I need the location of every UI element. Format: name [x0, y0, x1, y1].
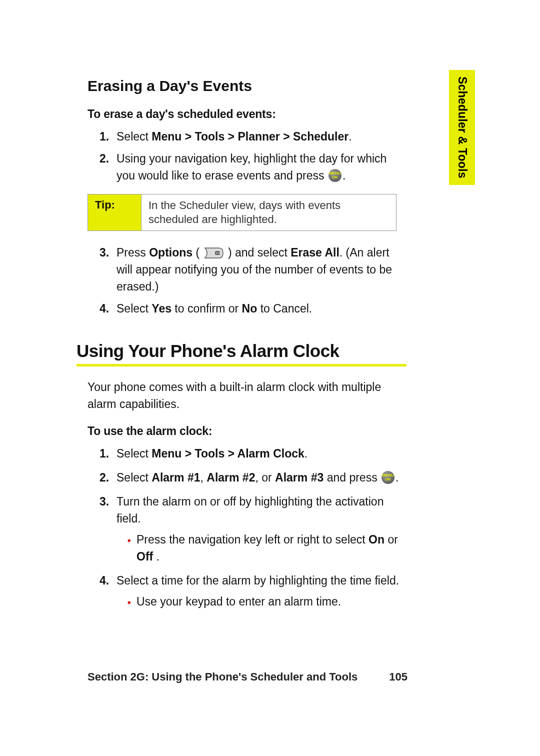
- alarm-step-1: Select Menu > Tools > Alarm Clock.: [116, 445, 408, 462]
- page-footer: Section 2G: Using the Phone's Scheduler …: [88, 670, 408, 684]
- footer-section: Section 2G: Using the Phone's Scheduler …: [88, 670, 358, 684]
- svg-point-1: [216, 252, 217, 254]
- svg-point-3: [219, 252, 220, 254]
- alarm-step-4: Select a time for the alarm by highlight…: [116, 572, 408, 610]
- alarm-step-2: Select Alarm #1, Alarm #2, or Alarm #3 a…: [116, 469, 408, 486]
- step-1: Select Menu > Tools > Planner > Schedule…: [116, 128, 408, 145]
- ok-button-icon: MENU OK: [382, 471, 394, 484]
- tip-text: In the Scheduler view, days with events …: [142, 194, 396, 230]
- side-tab-label: Scheduler & Tools: [456, 76, 469, 178]
- lead-alarm: To use the alarm clock:: [88, 424, 408, 438]
- tip-label: Tip:: [88, 194, 142, 230]
- page-content: Erasing a Day's Events To erase a day's …: [88, 78, 408, 617]
- ok-button-icon: MENU OK: [328, 169, 342, 182]
- lead-erase: To erase a day's scheduled events:: [88, 108, 408, 121]
- step-4: Select Yes to confirm or No to Cancel.: [116, 300, 408, 317]
- step-3: Press Options ( ) and select Erase All. …: [116, 244, 408, 295]
- alarm-intro: Your phone comes with a built-in alarm c…: [88, 378, 408, 412]
- alarm-step-3-sub: Press the navigation key left or right t…: [128, 531, 408, 565]
- tip-box: Tip: In the Scheduler view, days with ev…: [88, 194, 396, 231]
- step-2: Using your navigation key, highlight the…: [116, 150, 408, 184]
- heading-alarm: Using Your Phone's Alarm Clock: [76, 341, 406, 366]
- svg-point-2: [218, 252, 218, 254]
- page-number: 105: [389, 670, 408, 684]
- heading-erasing: Erasing a Day's Events: [88, 78, 408, 94]
- alarm-step-3: Turn the alarm on or off by highlighting…: [116, 493, 408, 565]
- right-softkey-icon: [204, 246, 224, 258]
- side-tab: Scheduler & Tools: [449, 70, 475, 185]
- alarm-step-4-sub: Use your keypad to enter an alarm time.: [128, 593, 408, 610]
